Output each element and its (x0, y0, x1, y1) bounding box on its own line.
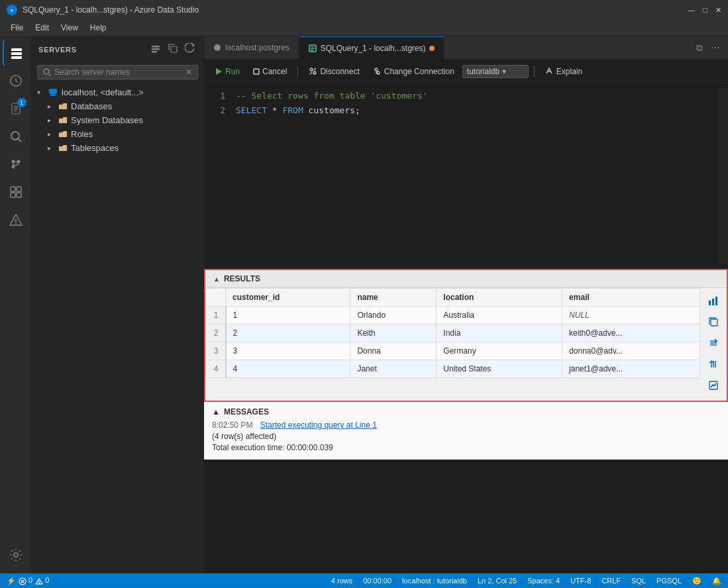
cell-customer-id: 4 (226, 360, 350, 378)
scrollbar[interactable] (719, 89, 728, 264)
tree-item-label: Databases (71, 101, 112, 111)
cell-customer-id: 1 (226, 307, 350, 324)
message-row-2: (4 row(s) affected) (212, 432, 720, 441)
tree-item-roles[interactable]: ▸ Roles (32, 127, 203, 141)
status-bar: ⚡ 0 0 4 rows 00:00:00 localhost : tutori… (0, 573, 728, 588)
minimize-button[interactable]: — (688, 6, 695, 15)
code-keyword-from: FROM (282, 103, 303, 118)
svg-rect-44 (715, 297, 717, 305)
activity-git[interactable] (3, 151, 29, 177)
activity-history[interactable] (3, 68, 29, 94)
cell-name: Donna (350, 342, 437, 360)
database-selector[interactable]: tutorialdb ▾ (462, 65, 529, 78)
col-header-location[interactable]: location (437, 289, 562, 307)
status-bell-icon[interactable]: 🔔 (712, 577, 721, 585)
status-line-ending[interactable]: CRLF (601, 577, 621, 585)
sort-cols-icon[interactable] (706, 357, 721, 374)
svg-point-8 (11, 132, 19, 140)
results-header: ▲ RESULTS (205, 270, 727, 288)
activity-warnings[interactable] (3, 207, 29, 233)
copy-connection-button[interactable] (166, 42, 180, 57)
title-bar: ● SQLQuery_1 - localh...stgres) - Azure … (0, 0, 728, 20)
menu-file[interactable]: File (5, 22, 28, 34)
status-dialect[interactable]: PGSQL (656, 577, 682, 585)
cell-email: NULL (562, 307, 700, 324)
tab-localhost-postgres[interactable]: localhost:postgres (204, 36, 299, 60)
cancel-button[interactable]: Cancel (248, 65, 292, 78)
window-title: SQLQuery_1 - localh...stgres) - Azure Da… (23, 5, 199, 15)
chart-icon[interactable] (706, 378, 721, 395)
status-language[interactable]: SQL (631, 577, 646, 585)
status-smiley-icon[interactable]: 🙂 (692, 577, 702, 585)
svg-point-25 (44, 69, 49, 74)
activity-bar: 1 (0, 36, 32, 573)
collapse-icon[interactable]: ▲ (213, 275, 220, 283)
disconnect-button[interactable]: Disconnect (303, 65, 364, 78)
explain-button[interactable]: Explain (540, 65, 588, 78)
new-connection-button[interactable] (149, 42, 162, 57)
svg-rect-23 (152, 51, 157, 53)
status-source-control-icon[interactable]: ⚡ (7, 577, 16, 585)
activity-explorer[interactable]: 1 (3, 95, 29, 122)
tab-sqlquery[interactable]: SQLQuery_1 - localh...stgres) (299, 36, 445, 60)
results-panel: ▲ RESULTS customer_id name location emai… (204, 269, 728, 402)
status-connection[interactable]: localhost : tutorialdb (402, 577, 467, 585)
svg-line-9 (19, 139, 21, 142)
cell-customer-id: 2 (226, 324, 350, 342)
collapse-messages-icon[interactable]: ▲ (212, 407, 220, 416)
svg-rect-15 (11, 193, 15, 197)
message-time: 8:02:50 PM (212, 420, 252, 430)
status-spaces[interactable]: Spaces: 4 (527, 577, 560, 585)
sidebar-title: SERVERS (38, 46, 77, 54)
status-encoding[interactable]: UTF-8 (570, 577, 591, 585)
sidebar-search-box[interactable]: ✕ (37, 65, 198, 79)
activity-servers[interactable] (3, 40, 29, 66)
maximize-button[interactable]: □ (703, 6, 707, 15)
activity-extensions[interactable] (3, 179, 29, 205)
svg-rect-45 (711, 319, 717, 326)
menu-bar: File Edit View Help (0, 20, 728, 36)
menu-help[interactable]: Help (85, 22, 112, 34)
col-header-name[interactable]: name (350, 289, 437, 307)
close-button[interactable]: ✕ (715, 6, 721, 15)
search-clear-button[interactable]: ✕ (185, 68, 192, 77)
refresh-button[interactable] (183, 42, 197, 57)
tree-item-system-databases[interactable]: ▸ System Databases (32, 113, 203, 127)
menu-view[interactable]: View (56, 22, 83, 34)
chevron-right-icon: ▸ (48, 117, 58, 124)
message-link[interactable]: Started executing query at Line 1 (260, 420, 377, 430)
status-row-count: 4 rows (331, 577, 352, 585)
main-layout: 1 (0, 36, 728, 573)
activity-search[interactable] (3, 123, 29, 150)
activity-settings[interactable] (3, 542, 29, 568)
split-editor-button[interactable]: ⧉ (694, 40, 705, 56)
svg-point-19 (15, 223, 17, 224)
svg-point-58 (39, 583, 40, 583)
results-side-icons (700, 288, 727, 401)
messages-label: MESSAGES (224, 407, 269, 416)
tree-item-localhost[interactable]: ▾ localhost, <default...> (32, 85, 203, 99)
search-input[interactable] (54, 68, 185, 77)
chevron-right-icon: ▸ (48, 144, 58, 152)
cell-name: Janet (350, 360, 437, 378)
col-header-email[interactable]: email (562, 289, 700, 307)
change-connection-button[interactable]: Change Connection (368, 65, 460, 78)
results-content: customer_id name location email 1 1 Orla… (205, 288, 700, 401)
status-position[interactable]: Ln 2, Col 25 (478, 577, 517, 585)
copy-icon[interactable] (706, 315, 721, 332)
explorer-badge: 1 (17, 98, 26, 107)
row-num: 3 (206, 342, 226, 360)
table-row: 1 1 Orlando Australia NULL (206, 307, 700, 324)
sort-rows-icon[interactable] (706, 336, 721, 353)
chart-bar-icon[interactable] (706, 293, 721, 311)
run-button[interactable]: Run (209, 65, 245, 78)
sidebar: SERVERS (32, 36, 204, 573)
tree-item-tablespaces[interactable]: ▸ Tablespaces (32, 141, 203, 155)
menu-edit[interactable]: Edit (30, 22, 54, 34)
more-actions-button[interactable]: ⋯ (708, 40, 723, 56)
code-editor[interactable]: 1 2 -- Select rows from table 'customers… (204, 83, 728, 269)
col-header-rownum (206, 289, 226, 307)
tree-item-databases[interactable]: ▸ Databases (32, 99, 203, 113)
message-row-3: Total execution time: 00:00:00.039 (212, 443, 720, 452)
col-header-customer-id[interactable]: customer_id (226, 289, 350, 307)
